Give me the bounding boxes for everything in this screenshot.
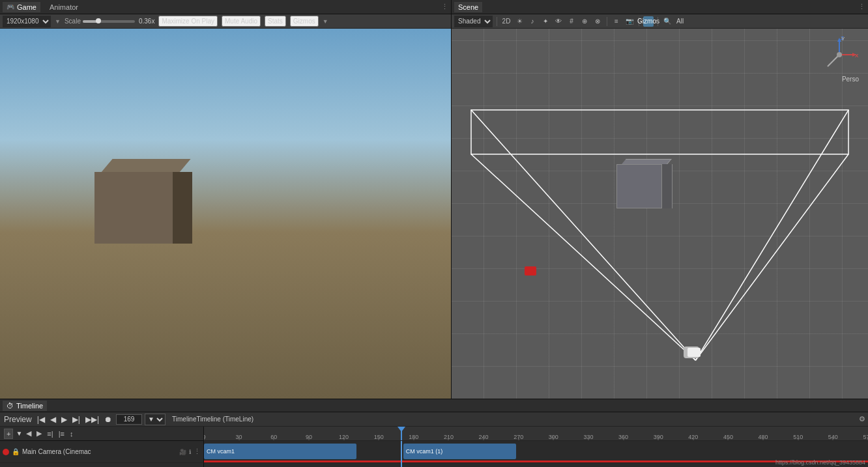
grid-icon[interactable]: # [566,16,577,27]
mute-audio-button[interactable]: Mute Audio [222,16,261,27]
track-option-2[interactable]: ▶ [35,429,43,438]
ruler-line [833,436,833,440]
game-panel-more[interactable]: ⋮ [441,3,448,11]
svg-text:X: X [855,53,859,59]
game-tab-bar: 🎮 Game Animator ⋮ [0,0,451,14]
track-option-1[interactable]: ◀ [25,429,33,438]
preview-label: Preview [3,415,33,424]
next-frame-btn[interactable]: ▶| [71,415,81,424]
scene-tab-bar: Scene ⋮ [452,0,868,14]
gizmos-arrow: ▼ [323,18,328,25]
scene-toolbar: Shaded 2D ☀ ♪ ✦ 👁 # ⊕ ⊗ ≡ 📷 Gizmos 🔍 All [452,14,868,29]
camera-frustum [452,29,868,399]
timeline-settings-btn[interactable]: ⚙ [859,415,865,423]
next-end-btn[interactable]: ▶▶| [84,415,100,424]
scene-tab-label: Scene [458,3,478,11]
track-more-btn[interactable]: ⋮ [194,447,201,456]
ruler-line [693,436,693,440]
game-panel: 🎮 Game Animator ⋮ 1920x1080 ▼ Scale 0.36… [0,0,452,399]
track-name: Main Camera (Cinemac [22,448,177,455]
game-tab[interactable]: 🎮 Game [3,2,40,12]
resolution-arrow: ▼ [55,18,61,25]
ruler-line [728,436,729,440]
clip-cm-vcam1-1[interactable]: CM vcam1 (1) [403,444,516,459]
prev-frame-btn[interactable]: ◀ [49,415,57,424]
ruler-line [553,436,554,440]
scene-tab[interactable]: Scene [454,2,482,12]
cube-front-face [94,172,173,244]
audio-icon[interactable]: ♪ [527,16,538,27]
track-color-indicator [3,449,9,455]
animator-tab-label: Animator [50,3,78,11]
shading-select[interactable]: Shaded [454,16,493,27]
timeline-name: TimelineTimeline (TimeLine) [172,416,253,423]
perspective-label: Perso [842,76,859,83]
ruler-line [763,436,764,440]
timeline-tab[interactable]: ⏱ Timeline [3,401,47,411]
playhead-triangle [398,427,405,432]
track-info-icon: ℹ [189,449,191,455]
track-row-main-camera: 🔒 Main Camera (Cinemac 🎥 ℹ ⋮ [0,441,203,463]
move-icon[interactable]: ⊕ [579,16,590,27]
game-icon: 🎮 [7,3,14,10]
layer-icon[interactable]: ≡ [611,16,622,27]
timeline-clips-row: CM vcam1 CM vcam1 (1) [204,441,868,467]
cube-side-face [173,172,192,244]
ruler-line [379,436,379,440]
svg-line-2 [695,110,848,360]
record-btn[interactable]: ⏺ [103,415,113,424]
view-icon[interactable]: 👁 [553,16,564,27]
ruler-line [588,436,588,440]
add-track-btn[interactable]: + [4,429,13,439]
maximize-on-play-button[interactable]: Maximize On Play [158,16,218,27]
scale-slider[interactable] [83,20,135,23]
frame-mode-select[interactable]: ▼ [145,414,166,425]
timeline-toolbar: Preview |◀ ◀ ▶ ▶| ▶▶| ⏺ ▼ TimelineTimeli… [0,412,868,427]
scene-panel-more[interactable]: ⋮ [858,3,865,11]
play-btn[interactable]: ▶ [60,415,68,424]
timeline-tab-bar: ⏱ Timeline [0,399,868,412]
scene-cube-side [662,164,673,208]
gizmos-button[interactable]: Gizmos [290,16,319,27]
scene-viewport[interactable]: Z X Y Perso 🔒 [452,29,868,399]
ruler-line [239,436,239,440]
gizmos-scene-btn[interactable]: Gizmos [643,16,654,27]
ruler-line [798,436,798,440]
frame-input[interactable] [116,414,142,425]
ruler-line [204,436,205,440]
scene-red-object [525,266,536,276]
toolbar-sep-2 [607,17,607,26]
track-option-4[interactable]: |≡ [57,429,66,438]
track-option-3[interactable]: ≡| [46,429,54,438]
timeline-tab-label: Timeline [16,402,43,410]
track-lock-icon: 🔒 [12,448,20,455]
track-option-5[interactable]: ↕ [68,429,75,438]
toolbar-sep-4 [658,17,658,26]
axis-gizmo: Z X Y [820,35,859,74]
stats-button[interactable]: Stats [265,16,286,27]
search-icon[interactable]: ⊗ [592,16,603,27]
timeline-tracks: + ▼ ◀ ▶ ≡| |≡ ↕ 🔒 Main Camera (Cinemac 🎥… [0,427,204,467]
clips-playhead [401,441,402,467]
ruler-line [448,436,449,440]
2d-label: 2D [502,18,511,25]
scene-panel: Scene ⋮ Shaded 2D ☀ ♪ ✦ 👁 # ⊕ ⊗ ≡ 📷 [452,0,868,399]
camera-icon[interactable]: 📷 [624,16,635,27]
clip-cm-vcam1[interactable]: CM vcam1 [204,444,356,459]
fx-icon[interactable]: ✦ [540,16,551,27]
2d-toggle[interactable]: 2D [501,16,512,27]
prev-start-btn[interactable]: |◀ [36,415,46,424]
timeline-body: + ▼ ◀ ▶ ≡| |≡ ↕ 🔒 Main Camera (Cinemac 🎥… [0,427,868,467]
svg-line-4 [695,154,848,361]
scene-cube-front [616,164,662,208]
ruler-line [308,436,309,440]
ruler-line [413,436,414,440]
svg-line-1 [471,110,695,360]
scene-camera-object [687,348,701,357]
ruler-line [274,436,274,440]
lighting-icon[interactable]: ☀ [514,16,525,27]
timeline-playhead[interactable] [401,427,402,440]
search-scene-icon[interactable]: 🔍 [662,16,673,27]
animator-tab[interactable]: Animator [46,2,82,12]
resolution-select[interactable]: 1920x1080 [3,16,51,27]
